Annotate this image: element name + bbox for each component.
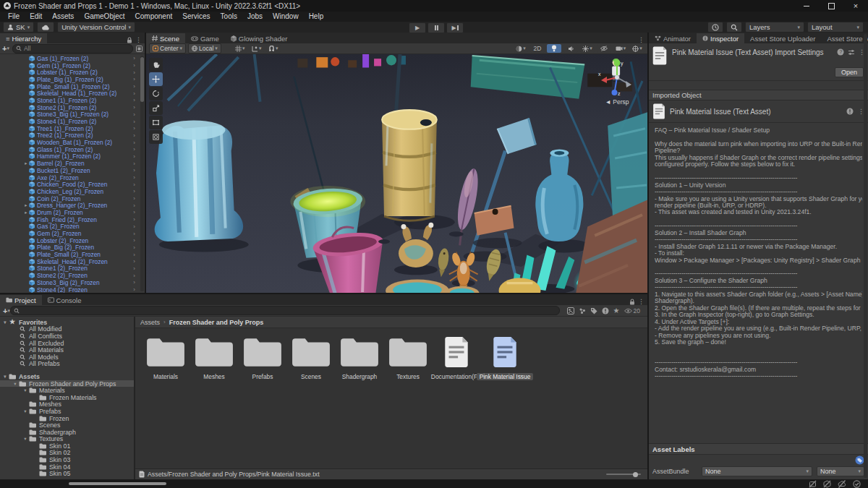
increment-snap-dropdown[interactable]: ▾ — [250, 44, 264, 53]
tree-expand-arrow[interactable]: ▾ — [22, 388, 28, 393]
hierarchy-item[interactable]: Stone1 (1)_Frozen (2) › — [0, 97, 145, 104]
hierarchy-item[interactable]: Skeletal_Head (1)_Frozen (2) › — [0, 90, 145, 97]
hierarchy-search-input[interactable]: All — [12, 44, 133, 53]
play-button[interactable]: ▶ — [409, 22, 426, 33]
panel-menu-icon[interactable]: ⋮ — [638, 298, 644, 305]
label-filter-icon[interactable] — [590, 307, 597, 314]
hierarchy-item[interactable]: Coin (2)_Frozen › — [0, 195, 145, 202]
project-tree-item[interactable]: ★ All Conflicts — [0, 333, 134, 340]
layout-dropdown[interactable]: Layout▾ — [807, 22, 864, 33]
hierarchy-item[interactable]: Plate_Big (1)_Frozen (2) › — [0, 76, 145, 83]
hierarchy-item[interactable]: Stone2 (2)_Frozen › — [0, 272, 145, 279]
camera-settings-dropdown[interactable]: ▾ — [613, 44, 628, 53]
assetbundle-variant-dropdown[interactable]: None ▾ — [817, 466, 864, 476]
project-tree-item[interactable]: ▾ ★ Assets — [0, 373, 134, 380]
hierarchy-item[interactable]: Wooden_Bat (1)_Frozen (2) › — [0, 139, 145, 146]
tab-asset-store-validator[interactable]: Asset Store Validat ▶ — [821, 33, 868, 43]
tab-animator[interactable]: Animator — [649, 33, 697, 43]
asset-item[interactable]: Documentation(F... — [433, 334, 480, 380]
asset-item[interactable]: Textures — [385, 334, 431, 380]
hierarchy-item[interactable]: Skeletal_Head (2)_Frozen › — [0, 258, 145, 265]
hidden-count-eye-icon[interactable] — [624, 308, 632, 314]
assetbundle-dropdown[interactable]: None ▾ — [702, 466, 812, 476]
hierarchy-item[interactable]: Plate_Big (2)_Frozen › — [0, 244, 145, 252]
scale-tool[interactable] — [149, 101, 163, 115]
lock-icon[interactable] — [629, 299, 635, 305]
breadcrumb-current[interactable]: Frozen Shader and Poly Props — [169, 319, 264, 326]
snap-settings-dropdown[interactable]: ▾ — [266, 44, 281, 53]
tree-expand-arrow[interactable]: ▾ — [22, 436, 28, 442]
project-tree-item[interactable]: ★ Shadergraph — [0, 429, 134, 436]
project-tree-item[interactable]: ▾ ★ Frozen Shader and Poly Props — [0, 380, 134, 388]
cloud-button[interactable] — [37, 22, 54, 33]
hierarchy-item[interactable]: Lobster (1)_Frozen (2) › — [0, 69, 145, 76]
tab-glowing-shader[interactable]: Glowing Shader — [225, 33, 294, 43]
favorites-star-icon[interactable]: ★ — [613, 307, 620, 314]
project-tree-item[interactable]: ★ All Materials — [0, 346, 134, 354]
scene-viewport[interactable]: y x z ◄ Persp — [146, 54, 647, 293]
asset-item[interactable]: Pink Material Issue — [482, 334, 528, 380]
hierarchy-item[interactable]: Gas (1)_Frozen (2) › — [0, 55, 145, 62]
audio-toggle[interactable] — [563, 44, 578, 53]
hierarchy-item[interactable]: Stone4 (1)_Frozen (2) › — [0, 118, 145, 125]
global-search-button[interactable] — [726, 22, 742, 33]
account-button[interactable]: SK▾ — [3, 22, 34, 33]
menu-item[interactable]: Assets — [47, 12, 79, 22]
project-tree-item[interactable]: ★ All Models — [0, 354, 134, 361]
project-tree-item[interactable]: ★ Frozen — [0, 415, 134, 422]
package-filter-icon[interactable] — [579, 307, 586, 314]
layers-dropdown[interactable]: Layers▾ — [745, 22, 804, 33]
grid-snap-dropdown[interactable]: ▾ — [233, 44, 247, 53]
scene-picking-icon[interactable] — [136, 46, 142, 52]
project-tree-item[interactable]: ▾ ★ Textures — [0, 436, 134, 443]
project-tree-item[interactable]: ★ Skin 01 — [0, 442, 134, 450]
hierarchy-item[interactable]: Stone2 (1)_Frozen (2) › — [0, 104, 145, 111]
hierarchy-item[interactable]: Tree1 (1)_Frozen (2) › — [0, 125, 145, 132]
breadcrumb-root[interactable]: Assets — [140, 319, 160, 326]
maximize-button[interactable] — [819, 0, 843, 12]
lock-icon[interactable] — [127, 37, 132, 43]
gizmos-dropdown[interactable]: ▾ — [630, 44, 644, 53]
hierarchy-item[interactable]: Hammer (1)_Frozen (2) › — [0, 153, 145, 160]
project-tree-item[interactable]: ★ Frozen Materials — [0, 394, 134, 401]
panel-menu-icon[interactable]: ⋮ — [135, 36, 142, 43]
menu-item[interactable]: Component — [130, 12, 178, 22]
hierarchy-item[interactable]: Plate_Small (1)_Frozen (2) › — [0, 83, 145, 90]
hierarchy-item[interactable]: Stone4 (2)_Frozen › — [0, 286, 145, 293]
package-offline-icon[interactable] — [823, 480, 831, 488]
hierarchy-item[interactable]: Stone3_Big (1)_Frozen (2) › — [0, 111, 145, 119]
panel-menu-icon[interactable]: ⋮ — [638, 36, 644, 43]
project-tree-item[interactable]: ★ Skin 02 — [0, 450, 134, 457]
hierarchy-item[interactable]: Glass (1)_Frozen (2) › — [0, 146, 145, 153]
asset-item[interactable]: Shadergraph — [336, 334, 383, 380]
step-button[interactable]: ▶ — [446, 22, 464, 33]
hierarchy-item[interactable]: Chicken_Leg (2)_Frozen › — [0, 188, 145, 195]
project-tree-item[interactable]: ▾ ★ Favorites — [0, 319, 134, 326]
project-tree-item[interactable]: ★ Skin 03 — [0, 456, 134, 463]
activity-ok-icon[interactable] — [853, 480, 861, 488]
menu-item[interactable]: Jobs — [242, 12, 268, 22]
hierarchy-item[interactable]: Stone1 (2)_Frozen › — [0, 265, 145, 273]
project-tree-item[interactable]: ★ Skin 04 — [0, 463, 134, 471]
hierarchy-item[interactable]: Lobster (2)_Frozen › — [0, 237, 145, 244]
project-tree-item[interactable]: ★ All Prefabs — [0, 361, 134, 368]
thumbnail-size-slider[interactable] — [606, 474, 641, 475]
menu-item[interactable]: Edit — [25, 12, 47, 22]
tab-hierarchy[interactable]: ≡ Hierarchy — [0, 33, 47, 43]
expand-arrow[interactable]: ▸ — [23, 202, 29, 208]
minimize-button[interactable] — [794, 0, 819, 12]
expand-arrow[interactable]: ▸ — [23, 210, 29, 215]
hierarchy-item[interactable]: ▸ Barrel (2)_Frozen › — [0, 160, 145, 167]
rect-tool[interactable] — [149, 116, 163, 129]
expand-arrow[interactable]: ▸ — [23, 160, 29, 166]
help-icon[interactable] — [846, 108, 854, 115]
lighting-toggle[interactable] — [547, 44, 561, 53]
close-button[interactable]: × — [843, 0, 868, 12]
menu-item[interactable]: Help — [304, 12, 329, 22]
move-tool[interactable] — [149, 72, 163, 86]
project-tree-item[interactable]: ★ All Modified — [0, 326, 134, 333]
asset-item[interactable]: Scenes — [288, 334, 334, 380]
search-by-type-icon[interactable] — [567, 307, 574, 314]
hierarchy-item[interactable]: Gas (2)_Frozen › — [0, 223, 145, 231]
hand-tool[interactable] — [149, 58, 163, 72]
